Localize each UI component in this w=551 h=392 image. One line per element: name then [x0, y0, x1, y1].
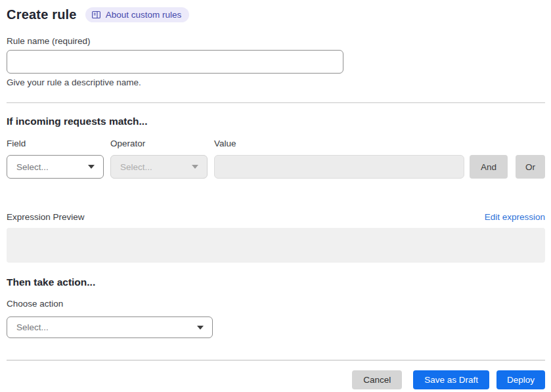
- expression-preview-box: [7, 228, 545, 263]
- about-custom-rules-label: About custom rules: [106, 10, 182, 20]
- caret-down-icon: [192, 165, 198, 169]
- match-section-heading: If incoming requests match...: [7, 116, 545, 127]
- save-as-draft-button[interactable]: Save as Draft: [413, 370, 489, 389]
- footer-actions: Cancel Save as Draft Deploy: [7, 370, 545, 389]
- field-label: Field: [7, 139, 110, 148]
- divider: [7, 360, 545, 360]
- field-select-placeholder: Select...: [16, 162, 49, 172]
- page-header: Create rule About custom rules: [7, 7, 545, 22]
- page-title: Create rule: [7, 7, 77, 22]
- or-button[interactable]: Or: [516, 155, 545, 179]
- rule-name-label: Rule name (required): [7, 36, 545, 46]
- expression-preview-label: Expression Preview: [7, 212, 85, 222]
- action-section-heading: Then take action...: [7, 276, 545, 288]
- field-select[interactable]: Select...: [7, 155, 104, 179]
- match-labels-row: Field Operator Value: [7, 139, 545, 148]
- action-select-placeholder: Select...: [16, 322, 49, 332]
- operator-label: Operator: [110, 139, 214, 148]
- divider: [7, 102, 545, 103]
- create-rule-form: Create rule About custom rules Rule name…: [0, 0, 551, 389]
- choose-action-label: Choose action: [7, 299, 545, 309]
- rule-name-helper-text: Give your rule a descriptive name.: [7, 77, 545, 87]
- rule-name-input[interactable]: [7, 50, 343, 74]
- action-select[interactable]: Select...: [7, 316, 213, 338]
- edit-expression-link[interactable]: Edit expression: [485, 212, 545, 222]
- and-button[interactable]: And: [470, 155, 508, 179]
- deploy-button[interactable]: Deploy: [496, 370, 545, 389]
- value-input: [214, 155, 464, 179]
- operator-select: Select...: [110, 155, 208, 179]
- expression-preview-row: Expression Preview Edit expression: [7, 212, 545, 222]
- about-custom-rules-link[interactable]: About custom rules: [85, 7, 190, 22]
- match-controls-row: Select... Select... And Or: [7, 155, 545, 179]
- value-label: Value: [214, 139, 318, 148]
- cancel-button[interactable]: Cancel: [352, 370, 402, 389]
- caret-down-icon: [197, 326, 204, 330]
- caret-down-icon: [88, 165, 95, 169]
- book-icon: [91, 10, 101, 20]
- operator-select-placeholder: Select...: [120, 162, 152, 172]
